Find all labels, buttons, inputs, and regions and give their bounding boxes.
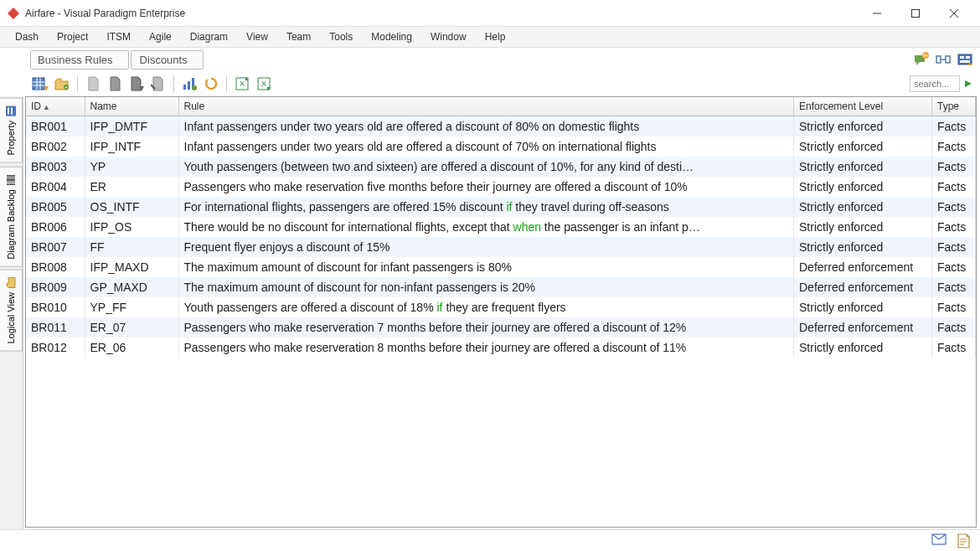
menubar: Dash Project ITSM Agile Diagram View Tea… — [0, 27, 980, 48]
switch-view-icon[interactable] — [957, 51, 973, 68]
cell: IFP_OS — [85, 217, 178, 237]
col-id[interactable]: ID▲ — [26, 97, 85, 116]
sidebar-tab-property[interactable]: Property — [0, 98, 23, 163]
table-row[interactable]: BR010YP_FFYouth passengers are offered a… — [26, 297, 976, 317]
chart-button[interactable] — [179, 74, 199, 94]
breadcrumb-current[interactable]: Discounts — [131, 50, 204, 70]
search-input[interactable] — [910, 75, 960, 92]
cell: YP_FF — [85, 297, 178, 317]
window-minimize-button[interactable] — [858, 0, 896, 27]
table-row[interactable]: BR003YPYouth passengers (between two and… — [26, 157, 976, 177]
svg-rect-15 — [33, 78, 44, 90]
toolbar-row: + X X — [0, 71, 980, 96]
menu-window[interactable]: Window — [431, 28, 485, 46]
cell: Passengers who make reserveration 7 mont… — [178, 317, 794, 337]
svg-rect-2 — [912, 9, 920, 17]
window-close-button[interactable] — [935, 0, 973, 27]
cell: BR010 — [26, 297, 85, 317]
menu-project[interactable]: Project — [57, 28, 106, 46]
table-row[interactable]: BR006IFP_OSThere would be no discount fo… — [26, 217, 976, 237]
cell: FF — [85, 237, 178, 257]
cell: Frequent flyer enjoys a discount of 15% — [178, 237, 794, 257]
menu-dash[interactable]: Dash — [15, 28, 57, 46]
menu-itsm[interactable]: ITSM — [106, 28, 149, 46]
svg-rect-24 — [183, 85, 186, 90]
cell: ER_06 — [85, 337, 178, 358]
menu-agile[interactable]: Agile — [149, 28, 190, 46]
sidebar-label: Diagram Backlog — [6, 189, 16, 260]
cell: The maximum amount of discount for infan… — [178, 257, 794, 277]
table-row[interactable]: BR004ERPassengers who make reservation f… — [26, 177, 976, 197]
layout-icon[interactable] — [935, 51, 952, 68]
svg-marker-0 — [8, 8, 19, 19]
col-enforcement[interactable]: Enforcement Level — [794, 97, 932, 116]
menu-team[interactable]: Team — [286, 28, 329, 46]
cell: YP — [85, 157, 178, 177]
cell: Youth passengers (between two and sixtee… — [178, 157, 794, 177]
cell: Strictly enforced — [794, 197, 932, 217]
cell: Facts — [932, 157, 976, 177]
menu-help[interactable]: Help — [485, 28, 524, 46]
property-icon — [5, 106, 17, 117]
svg-text:+: + — [64, 85, 68, 90]
table-row[interactable]: BR007FFFrequent flyer enjoys a discount … — [26, 237, 976, 257]
breadcrumb-root[interactable]: Business Rules — [30, 50, 129, 70]
col-name[interactable]: Name — [85, 97, 178, 116]
cell: BR007 — [26, 237, 85, 257]
refresh-button[interactable] — [201, 74, 221, 94]
cell: Strictly enforced — [794, 177, 932, 197]
table-row[interactable]: BR009GP_MAXDThe maximum amount of discou… — [26, 277, 976, 297]
col-rule[interactable]: Rule — [178, 97, 794, 116]
cell: IFP_INTF — [85, 136, 178, 157]
cell: Facts — [932, 136, 976, 157]
doc3-button[interactable] — [126, 74, 147, 94]
note-icon[interactable] — [957, 533, 972, 548]
sidebar-tab-diagram-backlog[interactable]: Diagram Backlog — [0, 167, 23, 267]
svg-rect-43 — [7, 175, 15, 177]
svg-text:X: X — [261, 80, 266, 88]
doc1-button[interactable] — [83, 74, 103, 94]
app-logo-icon — [7, 7, 20, 20]
cell: BR008 — [26, 257, 85, 277]
search-box — [910, 75, 973, 92]
cell: ER — [85, 177, 178, 197]
search-go-icon[interactable] — [963, 79, 973, 89]
cell: Infant passengers under two years old ar… — [178, 136, 794, 157]
menu-tools[interactable]: Tools — [329, 28, 371, 46]
svg-rect-11 — [960, 56, 964, 59]
cell: ER_07 — [85, 317, 178, 337]
svg-text:X: X — [240, 80, 245, 88]
menu-view[interactable]: View — [246, 28, 286, 46]
post-icon[interactable]: 9+ — [913, 51, 930, 68]
col-type[interactable]: Type — [932, 97, 976, 116]
cell: BR002 — [26, 136, 85, 157]
cell: Facts — [932, 257, 976, 277]
doc4-button[interactable] — [148, 74, 168, 94]
cell: Facts — [932, 337, 976, 358]
table-row[interactable]: BR012ER_06Passengers who make reserverat… — [26, 337, 976, 358]
table-row[interactable]: BR008IFP_MAXDThe maximum amount of disco… — [26, 257, 976, 277]
cell: Facts — [932, 237, 976, 257]
window-maximize-button[interactable] — [896, 0, 935, 27]
cell: Facts — [932, 197, 976, 217]
new-folder-button[interactable]: + — [52, 74, 72, 94]
mail-icon[interactable] — [931, 533, 946, 548]
table-row[interactable]: BR005OS_INTFFor international flights, p… — [26, 197, 976, 217]
table-row[interactable]: BR011ER_07Passengers who make reserverat… — [26, 317, 976, 337]
excel-export-button[interactable]: X — [254, 74, 274, 94]
cell: BR001 — [26, 116, 85, 137]
window-title: Airfare - Visual Paradigm Enterprise — [25, 8, 858, 19]
cell: The maximum amount of discount for non-i… — [178, 277, 794, 297]
minimize-icon — [873, 9, 881, 18]
table-row[interactable]: BR001IFP_DMTFInfant passengers under two… — [26, 116, 976, 137]
folder-tree-icon — [5, 277, 17, 289]
doc2-button[interactable] — [105, 74, 125, 94]
menu-modeling[interactable]: Modeling — [371, 28, 431, 46]
new-grid-button[interactable] — [30, 74, 50, 94]
sidebar-tab-logical-view[interactable]: Logical View — [0, 270, 23, 352]
cell: BR004 — [26, 177, 85, 197]
table-row[interactable]: BR002IFP_INTFInfant passengers under two… — [26, 136, 976, 157]
excel-import-button[interactable]: X — [232, 74, 252, 94]
cell: Deferred enforcement — [794, 277, 932, 297]
menu-diagram[interactable]: Diagram — [190, 28, 246, 46]
